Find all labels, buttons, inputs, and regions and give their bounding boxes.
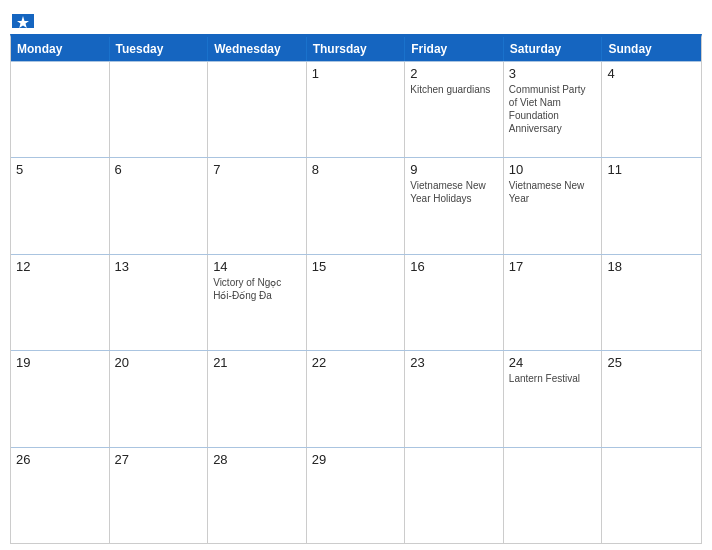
- calendar-cell: 26: [11, 448, 110, 543]
- calendar-cell: 27: [110, 448, 209, 543]
- day-number: 13: [115, 259, 203, 274]
- day-number: 15: [312, 259, 400, 274]
- day-number: 21: [213, 355, 301, 370]
- calendar-cell: 29: [307, 448, 406, 543]
- day-number: 4: [607, 66, 696, 81]
- calendar-week-4: 192021222324Lantern Festival25: [11, 350, 701, 446]
- day-number: 9: [410, 162, 498, 177]
- day-number: 5: [16, 162, 104, 177]
- calendar-cell: [405, 448, 504, 543]
- day-event: Communist Party of Viet Nam Foundation A…: [509, 83, 597, 135]
- calendar-cell: 8: [307, 158, 406, 253]
- day-event: Kitchen guardians: [410, 83, 498, 96]
- calendar-cell: 13: [110, 255, 209, 350]
- day-number: 2: [410, 66, 498, 81]
- calendar-cell: 1: [307, 62, 406, 157]
- calendar-header-row: MondayTuesdayWednesdayThursdayFridaySatu…: [11, 37, 701, 61]
- day-number: 25: [607, 355, 696, 370]
- page: MondayTuesdayWednesdayThursdayFridaySatu…: [0, 0, 712, 550]
- day-number: 16: [410, 259, 498, 274]
- calendar-cell: 25: [602, 351, 701, 446]
- logo: [10, 14, 34, 28]
- calendar-cell: 16: [405, 255, 504, 350]
- calendar: MondayTuesdayWednesdayThursdayFridaySatu…: [10, 34, 702, 544]
- calendar-week-5: 26272829: [11, 447, 701, 543]
- day-number: 6: [115, 162, 203, 177]
- calendar-body: 12Kitchen guardians3Communist Party of V…: [11, 61, 701, 543]
- day-number: 19: [16, 355, 104, 370]
- day-number: 10: [509, 162, 597, 177]
- day-event: Lantern Festival: [509, 372, 597, 385]
- calendar-cell: 19: [11, 351, 110, 446]
- day-of-week-wednesday: Wednesday: [208, 37, 307, 61]
- calendar-cell: 24Lantern Festival: [504, 351, 603, 446]
- day-number: 7: [213, 162, 301, 177]
- day-number: 1: [312, 66, 400, 81]
- day-number: 27: [115, 452, 203, 467]
- header: [10, 10, 702, 34]
- calendar-cell: 3Communist Party of Viet Nam Foundation …: [504, 62, 603, 157]
- day-number: 17: [509, 259, 597, 274]
- day-number: 29: [312, 452, 400, 467]
- day-of-week-sunday: Sunday: [602, 37, 701, 61]
- calendar-cell: 12: [11, 255, 110, 350]
- day-number: 26: [16, 452, 104, 467]
- calendar-cell: 22: [307, 351, 406, 446]
- calendar-cell: 10Vietnamese New Year: [504, 158, 603, 253]
- day-event: Victory of Ngọc Hồi-Đống Đa: [213, 276, 301, 302]
- calendar-cell: 5: [11, 158, 110, 253]
- day-of-week-friday: Friday: [405, 37, 504, 61]
- calendar-cell: 4: [602, 62, 701, 157]
- day-number: 22: [312, 355, 400, 370]
- day-number: 28: [213, 452, 301, 467]
- calendar-cell: [602, 448, 701, 543]
- day-of-week-monday: Monday: [11, 37, 110, 61]
- day-number: 11: [607, 162, 696, 177]
- calendar-cell: 18: [602, 255, 701, 350]
- calendar-cell: 20: [110, 351, 209, 446]
- calendar-week-3: 121314Victory of Ngọc Hồi-Đống Đa1516171…: [11, 254, 701, 350]
- day-event: Vietnamese New Year Holidays: [410, 179, 498, 205]
- calendar-cell: 11: [602, 158, 701, 253]
- calendar-cell: 15: [307, 255, 406, 350]
- day-of-week-thursday: Thursday: [307, 37, 406, 61]
- calendar-week-1: 12Kitchen guardians3Communist Party of V…: [11, 61, 701, 157]
- calendar-cell: 9Vietnamese New Year Holidays: [405, 158, 504, 253]
- day-number: 18: [607, 259, 696, 274]
- day-number: 8: [312, 162, 400, 177]
- calendar-cell: 21: [208, 351, 307, 446]
- calendar-week-2: 56789Vietnamese New Year Holidays10Vietn…: [11, 157, 701, 253]
- calendar-cell: [208, 62, 307, 157]
- day-of-week-saturday: Saturday: [504, 37, 603, 61]
- calendar-cell: 14Victory of Ngọc Hồi-Đống Đa: [208, 255, 307, 350]
- calendar-cell: 6: [110, 158, 209, 253]
- calendar-cell: 23: [405, 351, 504, 446]
- day-event: Vietnamese New Year: [509, 179, 597, 205]
- day-number: 20: [115, 355, 203, 370]
- calendar-cell: 28: [208, 448, 307, 543]
- calendar-cell: 2Kitchen guardians: [405, 62, 504, 157]
- day-number: 14: [213, 259, 301, 274]
- logo-flag-icon: [12, 14, 34, 28]
- day-number: 12: [16, 259, 104, 274]
- calendar-cell: 17: [504, 255, 603, 350]
- calendar-cell: [110, 62, 209, 157]
- calendar-cell: 7: [208, 158, 307, 253]
- calendar-cell: [11, 62, 110, 157]
- day-of-week-tuesday: Tuesday: [110, 37, 209, 61]
- day-number: 3: [509, 66, 597, 81]
- day-number: 24: [509, 355, 597, 370]
- day-number: 23: [410, 355, 498, 370]
- calendar-cell: [504, 448, 603, 543]
